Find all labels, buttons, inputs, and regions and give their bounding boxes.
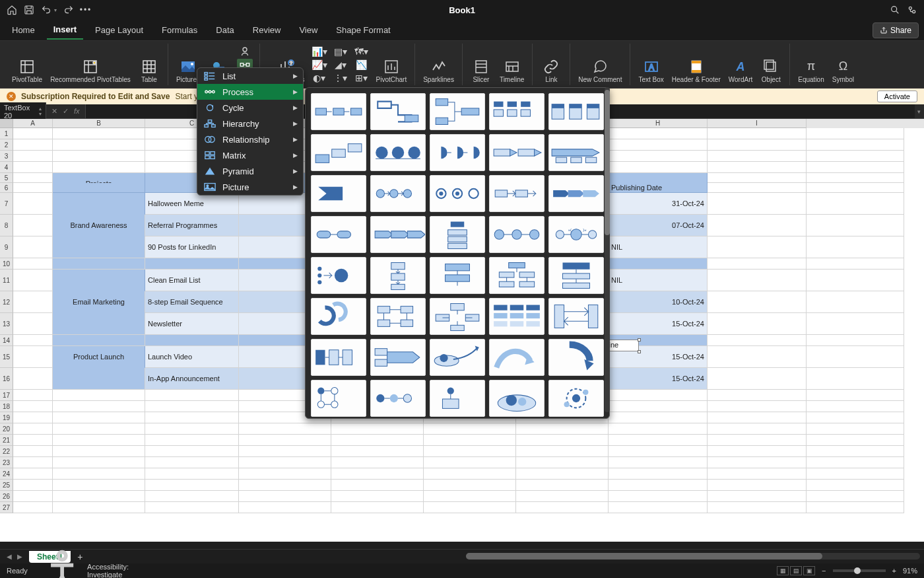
cell[interactable] [239,480,331,491]
tab-view[interactable]: View [292,21,324,39]
smartart-cat-picture[interactable]: Picture▶ [197,179,303,195]
cell[interactable] [13,215,53,236]
cell[interactable] [13,151,53,162]
cell[interactable]: Halloween Meme [145,193,239,215]
cell[interactable] [708,291,807,313]
cell[interactable] [424,423,516,435]
cell[interactable] [53,139,145,151]
row-header[interactable]: 20 [0,423,13,435]
cell[interactable] [708,502,807,513]
smartart-cat-list[interactable]: List▶ [197,68,303,84]
cell[interactable] [53,151,145,162]
smartart-process-option[interactable] [370,339,426,376]
cell[interactable] [13,173,53,183]
smartart-process-option[interactable] [489,134,544,171]
bar-chart-button[interactable]: ▤▾ [333,46,348,57]
gallery-scrollbar[interactable] [605,87,610,412]
cell[interactable] [708,139,807,151]
cell[interactable]: Brand Awareness [53,215,145,236]
row-header[interactable]: 14 [0,335,13,346]
smartart-process-option[interactable] [311,175,366,212]
cell[interactable] [708,457,807,468]
cell[interactable] [708,151,807,162]
equation-button[interactable]: πEquation [794,45,828,85]
cell[interactable]: Product Launch [53,346,145,368]
cell[interactable] [708,446,807,457]
cell[interactable] [145,258,239,270]
cell[interactable] [708,128,807,139]
smartart-cat-process[interactable]: Process▶ [197,84,303,100]
sparklines-button[interactable]: Sparklines [419,45,458,85]
timeline-button[interactable]: Timeline [496,45,528,85]
cell[interactable] [13,236,53,258]
cell[interactable] [708,270,807,291]
smartart-process-option[interactable] [311,298,366,335]
cell[interactable] [145,446,239,457]
cell[interactable] [424,468,516,480]
column-header[interactable]: A [13,119,53,128]
column-header[interactable]: I [708,119,807,128]
cell[interactable] [53,162,145,173]
row-header[interactable]: 4 [0,162,13,173]
confirm-formula-icon[interactable]: ✓ [63,107,69,116]
smartart-process-option[interactable] [489,298,544,335]
cell[interactable] [516,491,609,502]
smartart-process-option[interactable] [370,380,426,417]
area-chart-button[interactable]: ◢▾ [333,59,348,71]
zoom-level[interactable]: 91% [903,567,917,575]
cell[interactable] [609,491,708,502]
cell[interactable] [609,468,708,480]
activate-button[interactable]: Activate [877,90,917,102]
tab-data[interactable]: Data [209,21,240,39]
smartart-process-option[interactable] [489,380,544,417]
cell[interactable] [708,390,807,401]
smartart-cat-relationship[interactable]: Relationship▶ [197,131,303,147]
cell[interactable] [145,502,239,513]
cell[interactable] [53,270,145,291]
cell[interactable] [13,183,53,193]
cell[interactable] [145,480,239,491]
save-icon[interactable] [24,5,34,15]
view-page-break-icon[interactable]: ▣ [803,566,815,575]
cell[interactable]: 90 Posts for LinkedIn [145,236,239,258]
cell[interactable] [239,502,331,513]
cell[interactable] [13,291,53,313]
cell[interactable] [239,423,331,435]
row-header[interactable]: 2 [0,139,13,151]
cell[interactable] [424,435,516,446]
smartart-process-option[interactable] [548,339,604,376]
cell[interactable] [13,491,53,502]
smartart-process-option[interactable] [430,257,485,294]
cell[interactable]: Newsletter [145,313,239,335]
pivotchart-button[interactable]: PivotChart [372,45,411,85]
cell[interactable] [13,128,53,139]
cell[interactable] [424,491,516,502]
cell[interactable] [331,435,424,446]
cell[interactable] [145,468,239,480]
smartart-cat-matrix[interactable]: Matrix▶ [197,147,303,163]
cell[interactable] [13,258,53,270]
cell[interactable] [708,368,807,390]
smartart-process-option[interactable] [548,380,604,417]
cell[interactable] [609,412,708,423]
cell[interactable] [53,368,145,390]
smartart-process-option[interactable] [548,257,604,294]
cell[interactable] [609,435,708,446]
cell[interactable] [13,502,53,513]
zoom-slider[interactable] [833,569,886,572]
cell[interactable] [13,346,53,368]
zoom-in-button[interactable]: + [892,567,896,575]
cell[interactable] [609,502,708,513]
cell[interactable] [145,412,239,423]
row-header[interactable]: 16 [0,368,13,390]
column-header[interactable]: B [53,119,145,128]
home-icon[interactable] [7,5,17,15]
cell[interactable] [239,435,331,446]
cell[interactable] [239,457,331,468]
cell[interactable] [53,491,145,502]
cell[interactable] [424,446,516,457]
row-header[interactable]: 27 [0,502,13,513]
cell[interactable] [145,401,239,412]
row-header[interactable]: 12 [0,291,13,313]
slicer-button[interactable]: Slicer [467,45,496,85]
